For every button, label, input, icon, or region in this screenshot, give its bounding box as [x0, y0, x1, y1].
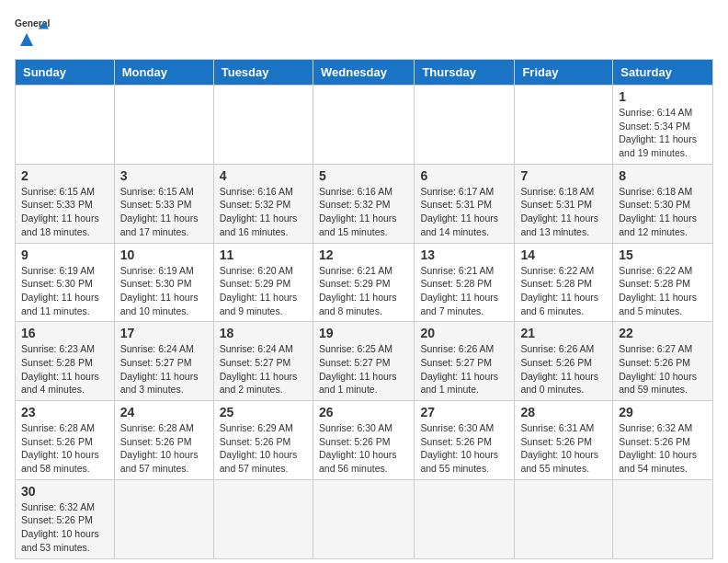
- day-info: Sunrise: 6:22 AM Sunset: 5:28 PM Dayligh…: [520, 264, 607, 318]
- calendar-cell: 19Sunrise: 6:25 AM Sunset: 5:27 PM Dayli…: [313, 322, 414, 401]
- calendar-cell: [213, 86, 313, 165]
- day-info: Sunrise: 6:16 AM Sunset: 5:32 PM Dayligh…: [220, 185, 307, 239]
- calendar-cell: [213, 479, 313, 558]
- day-info: Sunrise: 6:30 AM Sunset: 5:26 PM Dayligh…: [319, 421, 408, 476]
- day-info: Sunrise: 6:18 AM Sunset: 5:30 PM Dayligh…: [619, 185, 707, 239]
- day-info: Sunrise: 6:22 AM Sunset: 5:28 PM Dayligh…: [619, 264, 707, 318]
- day-number: 9: [21, 247, 108, 262]
- day-number: 23: [21, 405, 108, 419]
- day-info: Sunrise: 6:26 AM Sunset: 5:27 PM Dayligh…: [420, 342, 508, 396]
- calendar-cell: 2Sunrise: 6:15 AM Sunset: 5:33 PM Daylig…: [16, 164, 115, 243]
- day-info: Sunrise: 6:31 AM Sunset: 5:26 PM Dayligh…: [520, 421, 607, 476]
- weekday-header-tuesday: Tuesday: [213, 60, 313, 86]
- calendar-cell: 16Sunrise: 6:23 AM Sunset: 5:28 PM Dayli…: [16, 322, 115, 401]
- weekday-header-wednesday: Wednesday: [313, 60, 414, 86]
- day-number: 28: [520, 405, 607, 419]
- day-number: 6: [420, 168, 508, 183]
- day-info: Sunrise: 6:24 AM Sunset: 5:27 PM Dayligh…: [120, 342, 208, 396]
- calendar-cell: 13Sunrise: 6:21 AM Sunset: 5:28 PM Dayli…: [415, 243, 515, 322]
- calendar-cell: 9Sunrise: 6:19 AM Sunset: 5:30 PM Daylig…: [16, 243, 115, 322]
- weekday-header-monday: Monday: [114, 60, 213, 86]
- calendar-cell: 22Sunrise: 6:27 AM Sunset: 5:26 PM Dayli…: [613, 322, 713, 401]
- logo: General: [15, 15, 51, 50]
- day-number: 12: [319, 247, 408, 262]
- calendar-cell: 6Sunrise: 6:17 AM Sunset: 5:31 PM Daylig…: [415, 164, 515, 243]
- calendar-cell: 20Sunrise: 6:26 AM Sunset: 5:27 PM Dayli…: [415, 322, 515, 401]
- day-info: Sunrise: 6:32 AM Sunset: 5:26 PM Dayligh…: [21, 500, 108, 555]
- day-info: Sunrise: 6:26 AM Sunset: 5:26 PM Dayligh…: [520, 342, 607, 396]
- calendar-cell: 28Sunrise: 6:31 AM Sunset: 5:26 PM Dayli…: [515, 401, 613, 480]
- calendar-cell: 26Sunrise: 6:30 AM Sunset: 5:26 PM Dayli…: [313, 401, 414, 480]
- day-number: 10: [120, 247, 208, 262]
- day-number: 8: [619, 168, 707, 183]
- day-number: 20: [420, 326, 508, 340]
- day-info: Sunrise: 6:18 AM Sunset: 5:31 PM Dayligh…: [520, 185, 607, 239]
- calendar-cell: [313, 86, 414, 165]
- day-number: 27: [420, 405, 508, 419]
- calendar-cell: 12Sunrise: 6:21 AM Sunset: 5:29 PM Dayli…: [313, 243, 414, 322]
- calendar-cell: [114, 479, 213, 558]
- calendar-week-row: 23Sunrise: 6:28 AM Sunset: 5:26 PM Dayli…: [16, 401, 713, 480]
- calendar-cell: 17Sunrise: 6:24 AM Sunset: 5:27 PM Dayli…: [114, 322, 213, 401]
- day-info: Sunrise: 6:19 AM Sunset: 5:30 PM Dayligh…: [120, 264, 208, 318]
- day-number: 22: [619, 326, 707, 340]
- weekday-header-saturday: Saturday: [613, 60, 713, 86]
- day-info: Sunrise: 6:28 AM Sunset: 5:26 PM Dayligh…: [120, 421, 208, 476]
- day-info: Sunrise: 6:32 AM Sunset: 5:26 PM Dayligh…: [619, 421, 707, 476]
- calendar-cell: 30Sunrise: 6:32 AM Sunset: 5:26 PM Dayli…: [16, 479, 115, 558]
- day-number: 14: [520, 247, 607, 262]
- day-number: 2: [21, 168, 108, 183]
- day-number: 11: [220, 247, 307, 262]
- day-number: 30: [21, 484, 108, 499]
- calendar-cell: [613, 479, 713, 558]
- day-number: 29: [619, 405, 707, 419]
- day-info: Sunrise: 6:25 AM Sunset: 5:27 PM Dayligh…: [319, 342, 408, 396]
- weekday-header-friday: Friday: [515, 60, 613, 86]
- calendar-cell: 11Sunrise: 6:20 AM Sunset: 5:29 PM Dayli…: [213, 243, 313, 322]
- day-number: 5: [319, 168, 408, 183]
- calendar-cell: 29Sunrise: 6:32 AM Sunset: 5:26 PM Dayli…: [613, 401, 713, 480]
- day-info: Sunrise: 6:29 AM Sunset: 5:26 PM Dayligh…: [220, 421, 307, 476]
- calendar-cell: 4Sunrise: 6:16 AM Sunset: 5:32 PM Daylig…: [213, 164, 313, 243]
- calendar-cell: 15Sunrise: 6:22 AM Sunset: 5:28 PM Dayli…: [613, 243, 713, 322]
- weekday-header-row: SundayMondayTuesdayWednesdayThursdayFrid…: [16, 60, 713, 86]
- calendar-cell: 7Sunrise: 6:18 AM Sunset: 5:31 PM Daylig…: [515, 164, 613, 243]
- day-number: 16: [21, 326, 108, 340]
- calendar-week-row: 16Sunrise: 6:23 AM Sunset: 5:28 PM Dayli…: [16, 322, 713, 401]
- day-number: 24: [120, 405, 208, 419]
- day-info: Sunrise: 6:15 AM Sunset: 5:33 PM Dayligh…: [21, 185, 108, 239]
- day-info: Sunrise: 6:28 AM Sunset: 5:26 PM Dayligh…: [21, 421, 108, 476]
- svg-marker-2: [20, 33, 33, 46]
- header: General: [15, 15, 713, 50]
- calendar-cell: [415, 86, 515, 165]
- calendar-cell: 1Sunrise: 6:14 AM Sunset: 5:34 PM Daylig…: [613, 86, 713, 165]
- calendar: SundayMondayTuesdayWednesdayThursdayFrid…: [15, 59, 713, 559]
- calendar-week-row: 30Sunrise: 6:32 AM Sunset: 5:26 PM Dayli…: [16, 479, 713, 558]
- calendar-week-row: 2Sunrise: 6:15 AM Sunset: 5:33 PM Daylig…: [16, 164, 713, 243]
- calendar-week-row: 1Sunrise: 6:14 AM Sunset: 5:34 PM Daylig…: [16, 86, 713, 165]
- calendar-cell: 23Sunrise: 6:28 AM Sunset: 5:26 PM Dayli…: [16, 401, 115, 480]
- calendar-cell: 18Sunrise: 6:24 AM Sunset: 5:27 PM Dayli…: [213, 322, 313, 401]
- calendar-cell: 10Sunrise: 6:19 AM Sunset: 5:30 PM Dayli…: [114, 243, 213, 322]
- calendar-week-row: 9Sunrise: 6:19 AM Sunset: 5:30 PM Daylig…: [16, 243, 713, 322]
- calendar-cell: [515, 86, 613, 165]
- calendar-cell: [515, 479, 613, 558]
- day-info: Sunrise: 6:14 AM Sunset: 5:34 PM Dayligh…: [619, 106, 707, 160]
- day-info: Sunrise: 6:30 AM Sunset: 5:26 PM Dayligh…: [420, 421, 508, 476]
- day-number: 26: [319, 405, 408, 419]
- day-number: 7: [520, 168, 607, 183]
- day-info: Sunrise: 6:23 AM Sunset: 5:28 PM Dayligh…: [21, 342, 108, 396]
- day-number: 25: [220, 405, 307, 419]
- day-number: 4: [220, 168, 307, 183]
- day-info: Sunrise: 6:21 AM Sunset: 5:28 PM Dayligh…: [420, 264, 508, 318]
- day-number: 13: [420, 247, 508, 262]
- calendar-cell: [16, 86, 115, 165]
- day-number: 17: [120, 326, 208, 340]
- day-number: 1: [619, 89, 707, 104]
- weekday-header-thursday: Thursday: [415, 60, 515, 86]
- day-info: Sunrise: 6:16 AM Sunset: 5:32 PM Dayligh…: [319, 185, 408, 239]
- calendar-cell: [415, 479, 515, 558]
- weekday-header-sunday: Sunday: [16, 60, 115, 86]
- calendar-cell: 5Sunrise: 6:16 AM Sunset: 5:32 PM Daylig…: [313, 164, 414, 243]
- calendar-cell: 25Sunrise: 6:29 AM Sunset: 5:26 PM Dayli…: [213, 401, 313, 480]
